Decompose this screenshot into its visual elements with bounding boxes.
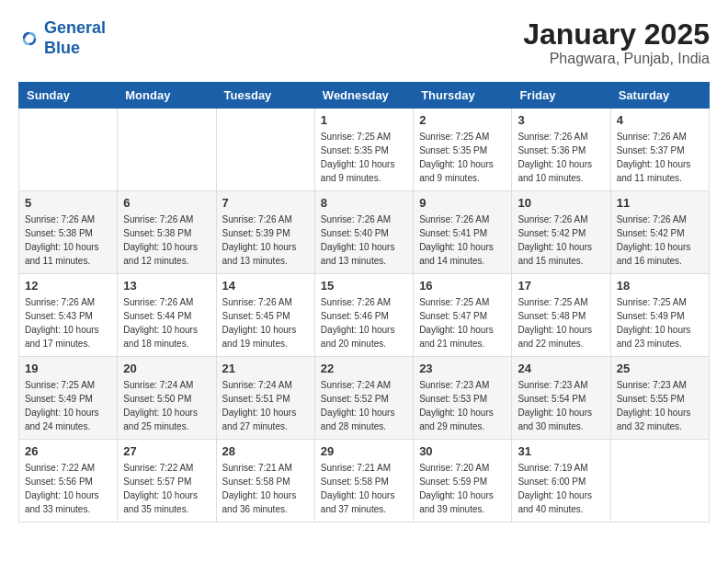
- day-number: 3: [518, 113, 604, 127]
- calendar-cell: 14Sunrise: 7:26 AM Sunset: 5:45 PM Dayli…: [216, 274, 314, 357]
- day-number: 15: [321, 279, 407, 293]
- calendar-cell: 18Sunrise: 7:25 AM Sunset: 5:49 PM Dayli…: [610, 274, 709, 357]
- calendar-cell: 15Sunrise: 7:26 AM Sunset: 5:46 PM Dayli…: [314, 274, 413, 357]
- day-number: 13: [123, 279, 210, 293]
- calendar-cell: 19Sunrise: 7:25 AM Sunset: 5:49 PM Dayli…: [19, 357, 118, 440]
- day-info: Sunrise: 7:21 AM Sunset: 5:58 PM Dayligh…: [321, 461, 407, 516]
- day-number: 31: [518, 444, 604, 458]
- day-number: 18: [617, 279, 703, 293]
- day-number: 28: [222, 444, 309, 458]
- day-number: 11: [617, 196, 703, 210]
- day-info: Sunrise: 7:21 AM Sunset: 5:58 PM Dayligh…: [222, 461, 309, 516]
- day-number: 1: [321, 113, 407, 127]
- day-number: 4: [617, 113, 703, 127]
- day-info: Sunrise: 7:26 AM Sunset: 5:38 PM Dayligh…: [123, 213, 210, 268]
- week-row-2: 5Sunrise: 7:26 AM Sunset: 5:38 PM Daylig…: [19, 191, 710, 274]
- day-info: Sunrise: 7:22 AM Sunset: 5:57 PM Dayligh…: [123, 461, 210, 516]
- day-info: Sunrise: 7:23 AM Sunset: 5:53 PM Dayligh…: [419, 378, 506, 433]
- page-header: General Blue January 2025 Phagwara, Punj…: [18, 18, 710, 67]
- calendar-cell: 9Sunrise: 7:26 AM Sunset: 5:41 PM Daylig…: [414, 191, 512, 274]
- calendar-cell: 1Sunrise: 7:25 AM Sunset: 5:35 PM Daylig…: [314, 109, 413, 191]
- day-info: Sunrise: 7:26 AM Sunset: 5:46 PM Dayligh…: [321, 295, 407, 350]
- calendar-cell: 2Sunrise: 7:25 AM Sunset: 5:35 PM Daylig…: [414, 109, 512, 191]
- day-info: Sunrise: 7:24 AM Sunset: 5:52 PM Dayligh…: [321, 378, 407, 433]
- day-info: Sunrise: 7:26 AM Sunset: 5:43 PM Dayligh…: [25, 295, 111, 350]
- calendar-cell: 4Sunrise: 7:26 AM Sunset: 5:37 PM Daylig…: [610, 109, 709, 191]
- day-number: 25: [617, 362, 703, 375]
- day-info: Sunrise: 7:25 AM Sunset: 5:35 PM Dayligh…: [419, 130, 506, 185]
- day-info: Sunrise: 7:26 AM Sunset: 5:41 PM Dayligh…: [419, 213, 506, 268]
- calendar-cell: [610, 440, 709, 523]
- calendar-cell: [216, 109, 314, 191]
- calendar-cell: 16Sunrise: 7:25 AM Sunset: 5:47 PM Dayli…: [414, 274, 512, 357]
- calendar-table: SundayMondayTuesdayWednesdayThursdayFrid…: [18, 82, 710, 523]
- day-number: 10: [518, 196, 604, 210]
- day-info: Sunrise: 7:25 AM Sunset: 5:49 PM Dayligh…: [25, 378, 111, 433]
- day-info: Sunrise: 7:25 AM Sunset: 5:47 PM Dayligh…: [419, 295, 506, 350]
- calendar-cell: 26Sunrise: 7:22 AM Sunset: 5:56 PM Dayli…: [19, 440, 118, 523]
- weekday-header-row: SundayMondayTuesdayWednesdayThursdayFrid…: [19, 83, 710, 109]
- day-number: 7: [222, 196, 309, 210]
- day-number: 8: [321, 196, 407, 210]
- title-area: January 2025 Phagwara, Punjab, India: [523, 18, 710, 67]
- logo-text: General Blue: [44, 18, 106, 58]
- day-info: Sunrise: 7:26 AM Sunset: 5:38 PM Dayligh…: [25, 213, 111, 268]
- logo: General Blue: [18, 18, 106, 58]
- day-info: Sunrise: 7:26 AM Sunset: 5:42 PM Dayligh…: [518, 213, 604, 268]
- day-info: Sunrise: 7:26 AM Sunset: 5:40 PM Dayligh…: [321, 213, 407, 268]
- calendar-cell: [118, 109, 216, 191]
- calendar-cell: 31Sunrise: 7:19 AM Sunset: 6:00 PM Dayli…: [512, 440, 610, 523]
- day-number: 21: [222, 362, 309, 375]
- day-info: Sunrise: 7:23 AM Sunset: 5:54 PM Dayligh…: [518, 378, 604, 433]
- day-number: 22: [321, 362, 407, 375]
- week-row-5: 26Sunrise: 7:22 AM Sunset: 5:56 PM Dayli…: [19, 440, 710, 523]
- location-subtitle: Phagwara, Punjab, India: [523, 51, 710, 67]
- calendar-cell: 7Sunrise: 7:26 AM Sunset: 5:39 PM Daylig…: [216, 191, 314, 274]
- logo-icon: [18, 28, 40, 50]
- day-info: Sunrise: 7:20 AM Sunset: 5:59 PM Dayligh…: [419, 461, 506, 516]
- calendar-cell: 30Sunrise: 7:20 AM Sunset: 5:59 PM Dayli…: [414, 440, 512, 523]
- day-number: 26: [25, 444, 111, 458]
- day-number: 9: [419, 196, 506, 210]
- weekday-header-sunday: Sunday: [19, 83, 118, 109]
- week-row-1: 1Sunrise: 7:25 AM Sunset: 5:35 PM Daylig…: [19, 109, 710, 191]
- calendar-cell: 10Sunrise: 7:26 AM Sunset: 5:42 PM Dayli…: [512, 191, 610, 274]
- day-info: Sunrise: 7:24 AM Sunset: 5:50 PM Dayligh…: [123, 378, 210, 433]
- calendar-cell: 8Sunrise: 7:26 AM Sunset: 5:40 PM Daylig…: [314, 191, 413, 274]
- weekday-header-thursday: Thursday: [414, 83, 512, 109]
- day-number: 2: [419, 113, 506, 127]
- day-number: 14: [222, 279, 309, 293]
- calendar-cell: 23Sunrise: 7:23 AM Sunset: 5:53 PM Dayli…: [414, 357, 512, 440]
- calendar-cell: 27Sunrise: 7:22 AM Sunset: 5:57 PM Dayli…: [118, 440, 216, 523]
- day-info: Sunrise: 7:25 AM Sunset: 5:48 PM Dayligh…: [518, 295, 604, 350]
- day-number: 16: [419, 279, 506, 293]
- calendar-cell: 11Sunrise: 7:26 AM Sunset: 5:42 PM Dayli…: [610, 191, 709, 274]
- weekday-header-monday: Monday: [118, 83, 216, 109]
- day-number: 20: [123, 362, 210, 375]
- calendar-cell: 28Sunrise: 7:21 AM Sunset: 5:58 PM Dayli…: [216, 440, 314, 523]
- day-info: Sunrise: 7:25 AM Sunset: 5:35 PM Dayligh…: [321, 130, 407, 185]
- day-info: Sunrise: 7:19 AM Sunset: 6:00 PM Dayligh…: [518, 461, 604, 516]
- day-number: 12: [25, 279, 111, 293]
- calendar-cell: 25Sunrise: 7:23 AM Sunset: 5:55 PM Dayli…: [610, 357, 709, 440]
- day-info: Sunrise: 7:26 AM Sunset: 5:39 PM Dayligh…: [222, 213, 309, 268]
- calendar-cell: 20Sunrise: 7:24 AM Sunset: 5:50 PM Dayli…: [118, 357, 216, 440]
- calendar-cell: 24Sunrise: 7:23 AM Sunset: 5:54 PM Dayli…: [512, 357, 610, 440]
- day-number: 17: [518, 279, 604, 293]
- day-info: Sunrise: 7:25 AM Sunset: 5:49 PM Dayligh…: [617, 295, 703, 350]
- calendar-cell: 5Sunrise: 7:26 AM Sunset: 5:38 PM Daylig…: [19, 191, 118, 274]
- day-number: 30: [419, 444, 506, 458]
- month-title: January 2025: [523, 18, 710, 51]
- calendar-cell: 13Sunrise: 7:26 AM Sunset: 5:44 PM Dayli…: [118, 274, 216, 357]
- day-number: 5: [25, 196, 111, 210]
- day-number: 24: [518, 362, 604, 375]
- day-info: Sunrise: 7:23 AM Sunset: 5:55 PM Dayligh…: [617, 378, 703, 433]
- day-info: Sunrise: 7:22 AM Sunset: 5:56 PM Dayligh…: [25, 461, 111, 516]
- weekday-header-wednesday: Wednesday: [314, 83, 413, 109]
- weekday-header-friday: Friday: [512, 83, 610, 109]
- day-number: 6: [123, 196, 210, 210]
- day-number: 27: [123, 444, 210, 458]
- calendar-cell: 21Sunrise: 7:24 AM Sunset: 5:51 PM Dayli…: [216, 357, 314, 440]
- week-row-4: 19Sunrise: 7:25 AM Sunset: 5:49 PM Dayli…: [19, 357, 710, 440]
- day-number: 19: [25, 362, 111, 375]
